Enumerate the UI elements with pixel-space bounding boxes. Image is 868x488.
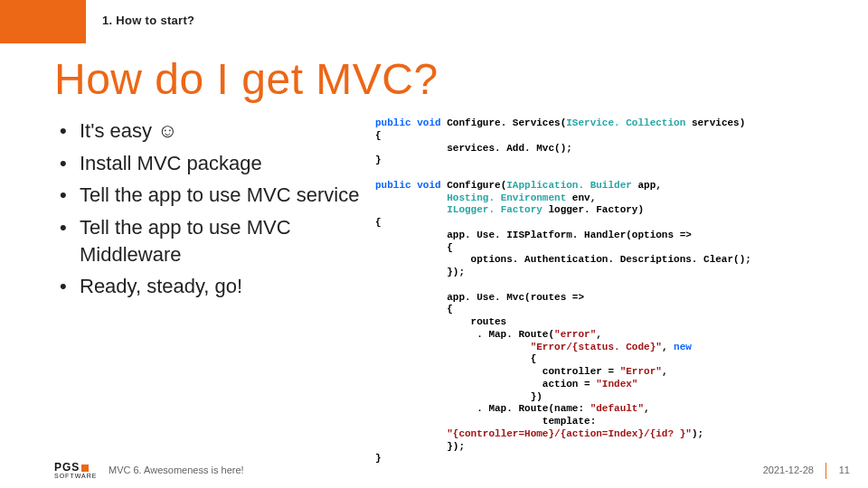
code-text: controller = [375,366,620,377]
code-text: app, [632,180,662,191]
code-text: options. Authentication. Descriptions. C… [375,254,751,265]
code-text [375,428,447,439]
list-item: Ready, steady, go! [54,273,362,300]
list-item: Install MVC package [54,150,362,177]
code-string: "Error/{status. Code}" [531,342,662,352]
code-type: ILogger. Factory [447,204,542,215]
code-keyword: public void [375,117,441,128]
code-text: . Map. Route( [375,329,554,340]
code-string: "Index" [596,379,637,389]
content-area: It's easy ☺ Install MVC package Tell the… [54,117,841,438]
code-text: }); [375,267,465,277]
code-keyword: new [674,342,692,352]
footer-separator [826,463,826,479]
code-text: { [375,242,453,253]
code-text: template: [375,416,596,427]
logo-text: PGS [54,461,80,474]
code-text: action = [375,379,596,389]
code-text: ); [692,428,703,439]
footer-date: 2021-12-28 [763,465,814,475]
code-text: , [596,329,602,340]
footer: PGS SOFTWARE MVC 6. Awesomeness is here!… [0,452,868,488]
code-text: Configure. Services( [441,117,567,128]
code-type: IService. Collection [566,117,685,128]
code-text: { [375,304,453,314]
code-string: "default" [590,403,644,414]
code-text: { [375,130,382,141]
code-text: } [375,155,382,165]
list-item: Tell the app to use MVC Middleware [54,214,362,267]
code-text: services. Add. Mvc(); [375,143,572,154]
page-number: 11 [839,465,850,475]
code-text: , [662,366,668,377]
code-text: { [375,217,382,228]
code-text: . Map. Route(name: [375,403,590,414]
logo-square-icon [81,465,89,472]
code-text [375,204,447,215]
section-label: 1. How to start? [102,14,194,27]
code-string: "error" [554,329,596,340]
code-text: services) [685,117,745,128]
code-text: { [375,353,536,364]
code-text: logger. Factory) [542,204,644,215]
code-string: "Error" [620,366,662,377]
code-snippet: public void Configure. Services(IService… [375,117,841,465]
code-text [375,192,447,203]
code-text: env, [566,192,596,203]
code-text: }); [375,441,465,452]
code-text: , [644,403,650,414]
code-type: Hosting. Environment [447,192,566,203]
code-text: }) [375,391,542,402]
code-text: , [662,342,674,352]
code-text: app. Use. Mvc(routes => [375,292,584,303]
logo-subtext: SOFTWARE [54,473,97,479]
code-text: routes [375,316,506,327]
code-text [375,342,531,352]
accent-bar [0,0,86,43]
code-text: app. Use. IISPlatform. Handler(options =… [375,230,692,240]
page-title: How do I get MVC? [54,54,439,104]
code-string: "{controller=Home}/{action=Index}/{id? }… [447,428,692,439]
footer-tagline: MVC 6. Awesomeness is here! [108,465,244,475]
list-item: Tell the app to use MVC service [54,182,362,209]
code-text: Configure( [441,180,507,191]
list-item: It's easy ☺ [54,117,362,145]
code-type: IApplication. Builder [506,180,632,191]
logo: PGS SOFTWARE [54,462,97,479]
bullet-list: It's easy ☺ Install MVC package Tell the… [54,117,362,300]
slide: 1. How to start? How do I get MVC? It's … [0,0,868,488]
code-keyword: public void [375,180,441,191]
